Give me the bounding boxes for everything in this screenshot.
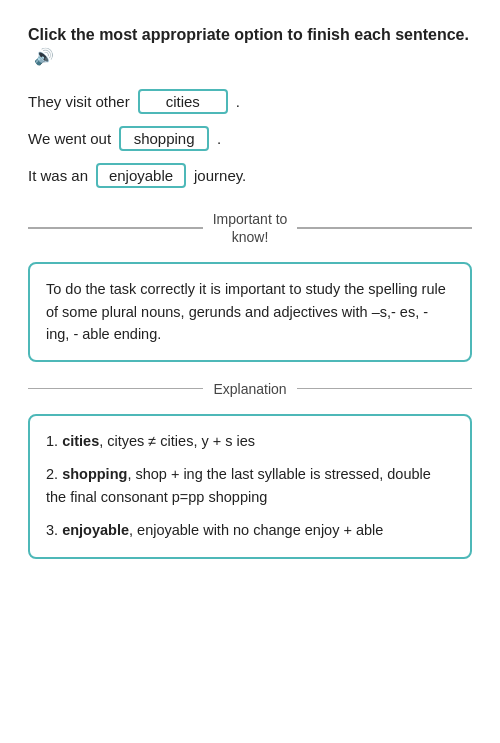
explanation-item-3-bold: enjoyable xyxy=(62,522,129,538)
instruction-label: Click the most appropriate option to fin… xyxy=(28,26,469,43)
explanation-item-3: 3. enjoyable, enjoyable with no change e… xyxy=(46,519,454,542)
instruction-text: Click the most appropriate option to fin… xyxy=(28,24,472,69)
divider-line-right xyxy=(297,227,472,229)
explanation-item-3-number: 3. xyxy=(46,522,62,538)
explanation-item-2: 2. shopping, shop + ing the last syllabl… xyxy=(46,463,454,509)
sentence-2-before: We went out xyxy=(28,130,111,147)
sentence-3-after: journey. xyxy=(194,167,246,184)
sentence-row-3: It was an enjoyable journey. xyxy=(28,163,472,188)
explanation-item-3-text: , enjoyable with no change enjoy + able xyxy=(129,522,383,538)
explanation-item-1-number: 1. xyxy=(46,433,62,449)
sentence-1-after: . xyxy=(236,93,240,110)
important-divider: Important toknow! xyxy=(28,210,472,246)
explanation-item-1-bold: cities xyxy=(62,433,99,449)
explanation-divider-line-right xyxy=(297,388,472,390)
divider-line-left xyxy=(28,227,203,229)
explanation-divider-line-left xyxy=(28,388,203,390)
sentence-3-answer[interactable]: enjoyable xyxy=(96,163,186,188)
explanation-item-2-number: 2. xyxy=(46,466,62,482)
explanation-label: Explanation xyxy=(213,380,286,398)
explanation-item-2-bold: shopping xyxy=(62,466,127,482)
important-info-box: To do the task correctly it is important… xyxy=(28,262,472,361)
explanation-box: 1. cities, cityes ≠ cities, y + s ies 2.… xyxy=(28,414,472,559)
sentence-row-1: They visit other cities . xyxy=(28,89,472,114)
audio-icon[interactable]: 🔊 xyxy=(34,46,54,68)
sentence-2-after: . xyxy=(217,130,221,147)
explanation-divider: Explanation xyxy=(28,380,472,398)
explanation-item-1: 1. cities, cityes ≠ cities, y + s ies xyxy=(46,430,454,453)
sentence-3-before: It was an xyxy=(28,167,88,184)
sentence-2-answer[interactable]: shopping xyxy=(119,126,209,151)
important-label: Important toknow! xyxy=(213,210,288,246)
sentence-1-answer[interactable]: cities xyxy=(138,89,228,114)
explanation-item-1-text: , cityes ≠ cities, y + s ies xyxy=(99,433,255,449)
sentence-1-before: They visit other xyxy=(28,93,130,110)
important-info-text: To do the task correctly it is important… xyxy=(46,281,446,342)
sentence-row-2: We went out shopping . xyxy=(28,126,472,151)
